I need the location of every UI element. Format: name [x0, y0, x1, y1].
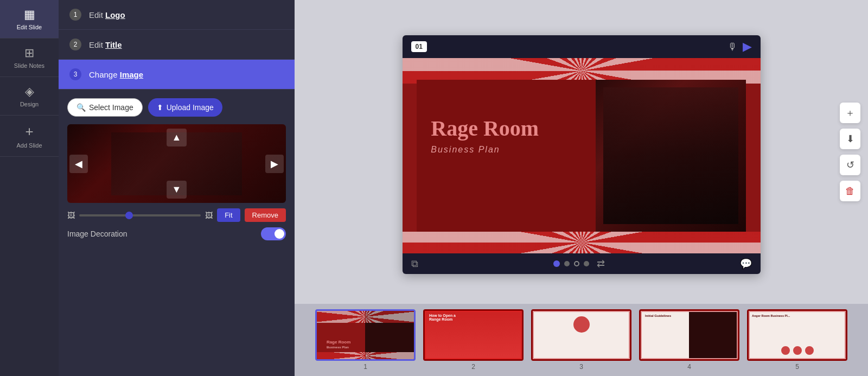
microphone-icon[interactable]: 🎙 — [727, 41, 737, 53]
select-image-label: Select Image — [89, 103, 133, 112]
slide-nav-icons: ⧉ — [411, 258, 418, 270]
slide-title: Rage Room — [431, 117, 603, 141]
chat-icon[interactable]: 💬 — [740, 258, 752, 270]
step-num-3: 3 — [69, 68, 81, 80]
step-label-image: Change Image — [89, 70, 143, 79]
add-element-button[interactable]: ＋ — [840, 103, 860, 123]
fit-button[interactable]: Fit — [217, 208, 240, 222]
sidebar: ▦ Edit Slide ⊞ Slide Notes ◈ Design + Ad… — [0, 0, 59, 376]
step-item-logo[interactable]: 1 Edit Logo — [59, 0, 295, 30]
sidebar-item-design[interactable]: ◈ Design — [0, 77, 59, 116]
sidebar-item-edit-slide[interactable]: ▦ Edit Slide — [0, 0, 59, 39]
slide-text-area: Rage Room Business Plan — [431, 117, 603, 155]
nav-arrow-down[interactable]: ▼ — [167, 181, 187, 199]
main-area: 01 🎙 ▶ — [295, 0, 868, 376]
thumbnail-3 — [531, 309, 631, 361]
thumbnail-5: Anger Room Business Pl... — [747, 309, 847, 361]
slide-badge: 01 — [411, 41, 427, 52]
sidebar-design-label: Design — [20, 101, 39, 107]
nav-arrow-up[interactable]: ▲ — [167, 129, 187, 146]
thumbnail-4: Initial Guidelines — [639, 309, 739, 361]
slide-topbar-icons: 🎙 ▶ — [727, 40, 752, 54]
step-item-image[interactable]: 3 Change Image — [59, 60, 295, 90]
undo-icon: ↺ — [846, 159, 854, 171]
decoration-toggle[interactable] — [261, 227, 286, 240]
upload-image-label: Upload Image — [167, 103, 214, 112]
sidebar-add-slide-label: Add Slide — [16, 142, 42, 149]
steps-panel: 1 Edit Logo 2 Edit Title 3 Change Image … — [59, 0, 295, 376]
grid-icon: ▦ — [24, 8, 35, 22]
sidebar-item-add-slide[interactable]: + Add Slide — [0, 116, 59, 157]
delete-button[interactable]: 🗑 — [840, 181, 860, 201]
thumbnail-item-4[interactable]: Initial Guidelines 4 — [639, 309, 739, 371]
thumb1-text: Rage RoomBusiness Plan — [327, 340, 350, 349]
slide-dot-3[interactable] — [574, 261, 579, 266]
add-icon: + — [25, 123, 33, 140]
insert-icon: ⬇ — [846, 133, 854, 145]
image-large-icon: 🖼 — [205, 211, 213, 220]
thumb-num-5: 5 — [795, 363, 799, 371]
thumb-num-1: 1 — [363, 363, 367, 371]
thumbnail-item-3[interactable]: 3 — [531, 309, 631, 371]
slide-dot-4[interactable] — [584, 261, 589, 266]
step-item-title[interactable]: 2 Edit Title — [59, 30, 295, 60]
slide-viewer-container: 01 🎙 ▶ — [295, 0, 868, 304]
step-label-logo: Edit Logo — [89, 10, 125, 20]
sidebar-slide-notes-label: Slide Notes — [14, 62, 44, 69]
image-decoration-row: Image Decoration — [67, 227, 286, 240]
design-icon: ◈ — [25, 85, 34, 99]
thumb-num-2: 2 — [471, 363, 475, 371]
thumbnail-item-1[interactable]: Rage RoomBusiness Plan 1 — [315, 309, 416, 371]
upload-icon: ⬆ — [157, 103, 163, 112]
plus-icon: ＋ — [845, 106, 855, 119]
slide-bottombar: ⧉ ⇄ 💬 — [403, 253, 761, 274]
select-image-button[interactable]: 🔍 Select Image — [67, 98, 143, 117]
step-label-title: Edit Title — [89, 40, 122, 49]
remove-button[interactable]: Remove — [245, 208, 286, 222]
slider-thumb — [125, 212, 133, 219]
image-editor: 🔍 Select Image ⬆ Upload Image ▲ ▼ ◀ ▶ 🖼 — [59, 90, 295, 376]
step-num-2: 2 — [69, 39, 81, 50]
slide-topbar: 01 🎙 ▶ — [403, 35, 761, 58]
undo-button[interactable]: ↺ — [840, 155, 860, 175]
thumbnail-2: How to Open aRange Room — [423, 309, 524, 361]
step-num-1: 1 — [69, 9, 81, 21]
thumbnail-strip: Rage RoomBusiness Plan 1 How to Open aRa… — [295, 304, 868, 376]
sidebar-edit-slide-label: Edit Slide — [17, 24, 42, 30]
thumbnail-item-2[interactable]: How to Open aRange Room 2 — [423, 309, 524, 371]
image-size-slider-track — [79, 214, 201, 216]
slide-dots: ⇄ — [553, 258, 605, 270]
layout-icon[interactable]: ⧉ — [411, 258, 418, 270]
upload-image-button[interactable]: ⬆ Upload Image — [148, 98, 222, 117]
insert-button[interactable]: ⬇ — [840, 129, 860, 149]
nav-arrow-right[interactable]: ▶ — [265, 155, 284, 173]
sidebar-item-slide-notes[interactable]: ⊞ Slide Notes — [0, 39, 59, 77]
share-icon[interactable]: ⇄ — [597, 258, 605, 270]
notes-icon: ⊞ — [24, 46, 34, 60]
thumb-num-3: 3 — [579, 363, 583, 371]
slide-content: Rage Room Business Plan — [403, 58, 761, 253]
thumbnail-1: Rage RoomBusiness Plan — [315, 309, 416, 361]
thumb-num-4: 4 — [687, 363, 691, 371]
nav-arrow-left[interactable]: ◀ — [69, 155, 88, 173]
slide-dot-2[interactable] — [564, 261, 570, 266]
thumbnail-item-5[interactable]: Anger Room Business Pl... 5 — [747, 309, 847, 371]
search-icon: 🔍 — [76, 103, 86, 112]
image-action-buttons: 🔍 Select Image ⬆ Upload Image — [67, 98, 286, 117]
slide-frame: 01 🎙 ▶ — [403, 35, 761, 274]
trash-icon: 🗑 — [845, 186, 855, 197]
right-toolbar: ＋ ⬇ ↺ 🗑 — [840, 103, 860, 201]
decoration-label: Image Decoration — [67, 230, 127, 238]
slide-dot-1[interactable] — [553, 260, 560, 267]
toggle-thumb — [275, 229, 284, 239]
play-icon[interactable]: ▶ — [743, 40, 752, 54]
image-preview-area: ▲ ▼ ◀ ▶ — [67, 124, 286, 203]
image-small-icon: 🖼 — [67, 211, 75, 220]
slide-subtitle: Business Plan — [431, 145, 603, 155]
image-size-controls: 🖼 🖼 Fit Remove — [67, 208, 286, 222]
